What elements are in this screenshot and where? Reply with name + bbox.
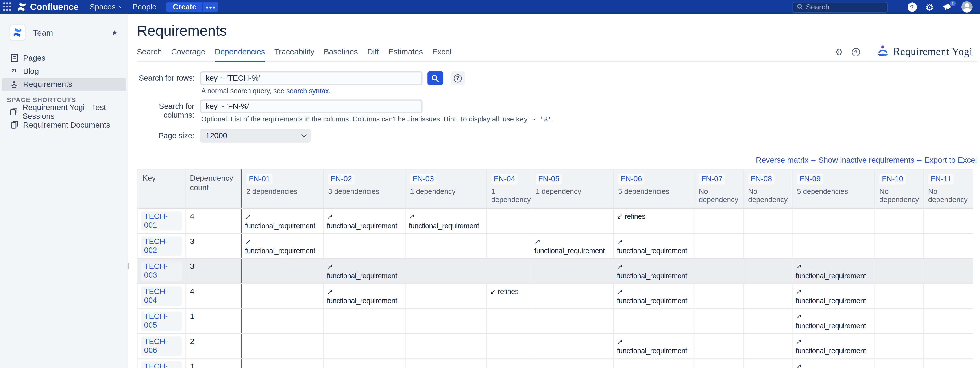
dependency-cell: ↗ functional_requirement bbox=[792, 333, 875, 358]
create-more-button[interactable]: ●●● bbox=[203, 2, 218, 12]
favorite-star-icon[interactable]: ★ bbox=[111, 28, 118, 37]
column-requirement-link[interactable]: FN-06 bbox=[618, 174, 644, 184]
table-row: TECH-0062↗ functional_requirement↗ funct… bbox=[138, 333, 973, 358]
dependency-label: ↗ functional_requirement bbox=[327, 262, 397, 280]
dependency-cell bbox=[323, 308, 406, 333]
table-row: TECH-0071↗ functional_requirement bbox=[138, 358, 973, 368]
export-excel-link[interactable]: Export to Excel bbox=[924, 156, 977, 165]
tab-estimates[interactable]: Estimates bbox=[388, 48, 423, 62]
help-menu[interactable]: ? bbox=[907, 2, 917, 12]
requirement-yogi-logo[interactable]: Requirement Yogi bbox=[876, 45, 972, 58]
global-search-input[interactable] bbox=[806, 2, 881, 11]
global-search-box[interactable] bbox=[792, 2, 887, 12]
row-requirement-link[interactable]: TECH-004 bbox=[141, 286, 182, 306]
tab-coverage[interactable]: Coverage bbox=[171, 48, 205, 62]
search-columns-input[interactable] bbox=[200, 99, 422, 113]
show-inactive-link[interactable]: Show inactive requirements bbox=[818, 156, 914, 165]
row-requirement-link[interactable]: TECH-003 bbox=[141, 261, 182, 280]
dependency-cell: ↗ functional_requirement bbox=[614, 284, 694, 309]
dependency-cell: ↙ refines bbox=[487, 284, 531, 309]
dependency-count-cell: 3 bbox=[185, 233, 241, 258]
dependency-cell: ↗ functional_requirement bbox=[792, 308, 875, 333]
column-requirement-link[interactable]: FN-02 bbox=[328, 174, 355, 184]
profile-menu[interactable] bbox=[961, 1, 972, 13]
tab-baselines[interactable]: Baselines bbox=[324, 48, 358, 62]
dependency-cell bbox=[743, 284, 792, 309]
count-header-label: Dependency count bbox=[190, 174, 237, 192]
dependency-cell: ↗ functional_requirement bbox=[614, 258, 694, 284]
search-help-button[interactable]: ? bbox=[450, 72, 465, 85]
page-size-select[interactable]: 12000 bbox=[200, 129, 310, 142]
people-menu[interactable]: People bbox=[132, 2, 157, 11]
tab-excel[interactable]: Excel bbox=[432, 48, 452, 62]
row-requirement-link[interactable]: TECH-005 bbox=[141, 311, 182, 331]
columns-help-text: Optional. List of the requirements in th… bbox=[201, 115, 554, 123]
tab-traceability[interactable]: Traceability bbox=[274, 48, 314, 62]
column-dependency-count: 1 dependency bbox=[536, 186, 609, 195]
column-requirement-link[interactable]: FN-11 bbox=[928, 174, 954, 184]
help-circle-icon[interactable]: ? bbox=[852, 48, 860, 56]
column-requirement-link[interactable]: FN-09 bbox=[797, 174, 823, 184]
settings-gear-icon[interactable]: ⚙ bbox=[835, 47, 843, 57]
row-key-cell: TECH-002 bbox=[138, 233, 185, 258]
create-button[interactable]: Create bbox=[167, 2, 203, 12]
reverse-matrix-link[interactable]: Reverse matrix bbox=[756, 156, 808, 165]
sidebar-item-requirements[interactable]: Requirements bbox=[2, 78, 126, 91]
sidebar-item-blog[interactable]: ” Blog bbox=[2, 65, 126, 78]
create-button-group: Create ●●● bbox=[167, 2, 218, 12]
column-requirement-link[interactable]: FN-05 bbox=[536, 174, 562, 184]
tab-diff[interactable]: Diff bbox=[368, 48, 379, 62]
chevron-down-icon bbox=[119, 4, 123, 8]
dependency-cell: ↗ functional_requirement bbox=[792, 284, 875, 309]
tab-dependencies[interactable]: Dependencies bbox=[215, 48, 265, 62]
sidebar-item-pages[interactable]: Pages bbox=[2, 51, 126, 65]
admin-settings[interactable]: ⚙ bbox=[925, 2, 934, 12]
matrix-column-header: FN-07No dependency bbox=[694, 170, 743, 208]
column-requirement-link[interactable]: FN-10 bbox=[879, 174, 906, 184]
dependency-cell: ↗ functional_requirement bbox=[614, 233, 694, 258]
tab-search[interactable]: Search bbox=[137, 48, 162, 62]
sidebar-shortcut-test-sessions[interactable]: Requirement Yogi - Test Sessions bbox=[2, 105, 126, 118]
column-requirement-link[interactable]: FN-07 bbox=[699, 174, 725, 184]
run-search-button[interactable] bbox=[428, 72, 443, 85]
column-dependency-count: No dependency bbox=[748, 186, 788, 204]
confluence-logo-icon[interactable] bbox=[17, 2, 27, 12]
space-logo[interactable] bbox=[10, 25, 25, 40]
app-switcher-icon[interactable] bbox=[3, 2, 12, 11]
page-size-value: 12000 bbox=[206, 131, 227, 140]
dependency-count-value: 3 bbox=[189, 237, 194, 245]
space-name[interactable]: Team bbox=[33, 28, 111, 37]
dependency-label: ↗ functional_requirement bbox=[795, 262, 866, 280]
dependency-cell bbox=[323, 358, 406, 368]
notifications[interactable]: 1 bbox=[943, 2, 953, 11]
row-requirement-link[interactable]: TECH-006 bbox=[141, 336, 182, 355]
search-syntax-link[interactable]: search syntax bbox=[286, 87, 329, 94]
product-wordmark[interactable]: Confluence bbox=[30, 2, 78, 12]
matrix-column-header: FN-031 dependency bbox=[405, 170, 487, 208]
sidebar-resize-handle[interactable] bbox=[127, 263, 129, 269]
column-requirement-link[interactable]: FN-03 bbox=[410, 174, 436, 184]
yogi-icon bbox=[10, 80, 18, 89]
chevron-down-icon bbox=[301, 132, 307, 137]
dependency-label: ↗ functional_requirement bbox=[617, 237, 687, 255]
tab-bar: Search Coverage Dependencies Traceabilit… bbox=[137, 48, 461, 62]
matrix-column-header: FN-023 dependencies bbox=[323, 170, 406, 208]
dependency-cell bbox=[405, 333, 487, 358]
table-row: TECH-0051↗ functional_requirement bbox=[138, 308, 973, 333]
row-key-cell: TECH-006 bbox=[138, 333, 185, 358]
spaces-menu[interactable]: Spaces bbox=[90, 2, 123, 11]
dependency-cell bbox=[875, 333, 923, 358]
row-requirement-link[interactable]: TECH-007 bbox=[141, 361, 182, 368]
row-requirement-link[interactable]: TECH-001 bbox=[141, 211, 182, 231]
row-requirement-link[interactable]: TECH-002 bbox=[141, 236, 182, 255]
column-requirement-link[interactable]: FN-01 bbox=[246, 174, 273, 184]
column-dependency-count: 1 dependency bbox=[410, 186, 482, 195]
dependency-count-value: 1 bbox=[189, 362, 194, 368]
table-row: TECH-0023↗ functional_requirement↗ funct… bbox=[138, 233, 973, 258]
dependency-count-value: 1 bbox=[189, 312, 194, 321]
column-requirement-link[interactable]: FN-08 bbox=[748, 174, 775, 184]
dependency-label: ↗ functional_requirement bbox=[795, 337, 866, 355]
dependency-count-cell: 4 bbox=[185, 284, 241, 309]
column-requirement-link[interactable]: FN-04 bbox=[491, 174, 518, 184]
search-rows-input[interactable] bbox=[200, 72, 422, 85]
